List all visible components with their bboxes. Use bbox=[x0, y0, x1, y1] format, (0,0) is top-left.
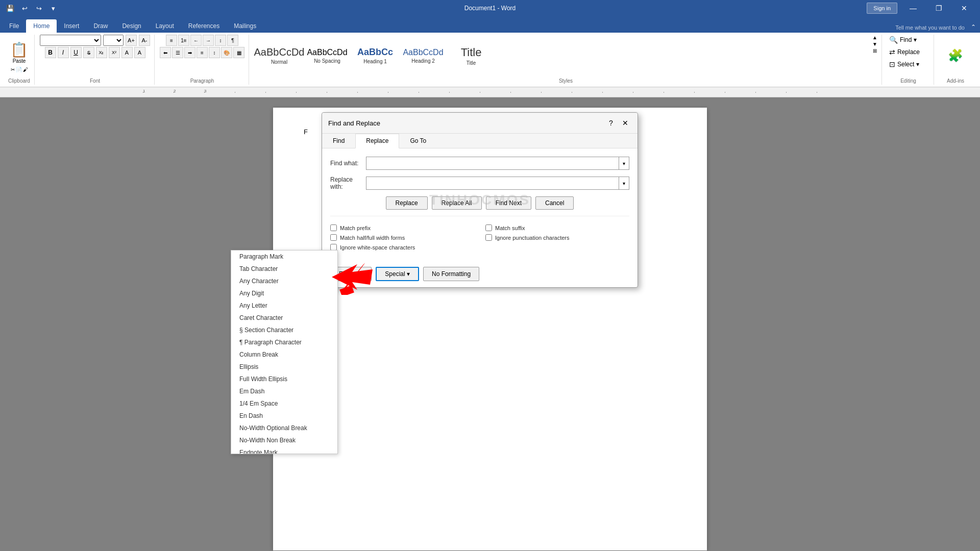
style-normal[interactable]: AaBbCcDd Normal bbox=[256, 37, 302, 74]
tell-me-box[interactable]: Tell me what you want to do bbox=[895, 24, 965, 31]
style-heading2[interactable]: AaBbCcDd Heading 2 bbox=[400, 37, 446, 74]
superscript-button[interactable]: X² bbox=[109, 47, 120, 58]
customize-btn[interactable]: ▾ bbox=[47, 2, 59, 14]
styles-scroll-up[interactable]: ▲ bbox=[872, 35, 877, 40]
style-no-spacing[interactable]: AaBbCcDd No Spacing bbox=[304, 37, 350, 74]
ignore-punctuation-label: Ignore punctuation characters bbox=[495, 235, 570, 241]
dialog-help-btn[interactable]: ? bbox=[605, 117, 617, 129]
replace-input[interactable] bbox=[366, 177, 619, 190]
font-color-button[interactable]: A bbox=[134, 47, 145, 58]
format-painter-button[interactable]: 🖌 bbox=[23, 67, 28, 72]
match-suffix-checkbox[interactable] bbox=[485, 224, 492, 231]
align-left-btn[interactable]: ⬅ bbox=[160, 47, 171, 58]
menu-any-letter[interactable]: Any Letter bbox=[231, 299, 337, 312]
menu-no-width-optional-break[interactable]: No-Width Optional Break bbox=[231, 422, 337, 434]
tab-references[interactable]: References bbox=[181, 19, 227, 33]
menu-section-character[interactable]: § Section Character bbox=[231, 324, 337, 336]
addins-button[interactable]: 🧩 bbox=[948, 48, 963, 63]
font-family-select[interactable] bbox=[40, 35, 101, 46]
replace-dropdown-btn[interactable]: ▾ bbox=[619, 177, 629, 190]
tab-home[interactable]: Home bbox=[26, 19, 57, 33]
styles-more[interactable]: ⊞ bbox=[872, 48, 877, 54]
tab-file[interactable]: File bbox=[2, 19, 26, 33]
menu-paragraph-character[interactable]: ¶ Paragraph Character bbox=[231, 336, 337, 348]
undo-btn[interactable]: ↩ bbox=[18, 2, 31, 14]
menu-endnote-mark[interactable]: Endnote Mark bbox=[231, 446, 337, 454]
cancel-button[interactable]: Cancel bbox=[535, 196, 574, 210]
menu-any-digit[interactable]: Any Digit bbox=[231, 287, 337, 299]
italic-button[interactable]: I bbox=[58, 47, 69, 58]
restore-button[interactable]: ❐ bbox=[927, 0, 950, 16]
minimize-button[interactable]: — bbox=[901, 0, 925, 16]
sort-button[interactable]: ↕ bbox=[215, 35, 226, 46]
match-halfwidth-checkbox[interactable] bbox=[330, 234, 337, 241]
clipboard-content: 📋 Paste ✂ 📄 🖌 bbox=[8, 35, 30, 85]
align-center-btn[interactable]: ☰ bbox=[172, 47, 183, 58]
select-button[interactable]: ⊡ Select ▾ bbox=[887, 59, 921, 69]
dialog-tab-goto[interactable]: Go To bbox=[399, 134, 437, 148]
menu-full-width-ellipsis[interactable]: Full Width Ellipsis bbox=[231, 373, 337, 385]
tab-insert[interactable]: Insert bbox=[57, 19, 86, 33]
style-title[interactable]: Title Title bbox=[448, 37, 494, 74]
ruler: 1 2 3 bbox=[0, 87, 980, 97]
no-formatting-btn[interactable]: No Formatting bbox=[423, 267, 479, 281]
line-spacing-btn[interactable]: ↕ bbox=[209, 47, 220, 58]
addins-group: 🧩 Add-ins bbox=[935, 35, 976, 85]
bold-button[interactable]: B bbox=[45, 47, 56, 58]
menu-column-break[interactable]: Column Break bbox=[231, 348, 337, 361]
find-next-button[interactable]: Find Next bbox=[486, 196, 531, 210]
menu-any-character[interactable]: Any Character bbox=[231, 275, 337, 287]
menu-paragraph-mark[interactable]: Paragraph Mark bbox=[231, 251, 337, 263]
menu-caret-character[interactable]: Caret Character bbox=[231, 312, 337, 324]
match-prefix-checkbox[interactable] bbox=[330, 224, 337, 231]
font-size-select[interactable] bbox=[103, 35, 124, 46]
find-dropdown-btn[interactable]: ▾ bbox=[619, 157, 629, 170]
replace-all-button[interactable]: Replace All bbox=[432, 196, 482, 210]
ignore-punctuation-checkbox[interactable] bbox=[485, 234, 492, 241]
bullets-button[interactable]: ≡ bbox=[166, 35, 177, 46]
tab-draw[interactable]: Draw bbox=[86, 19, 115, 33]
paste-button[interactable]: 📋 Paste bbox=[8, 39, 30, 66]
redo-btn[interactable]: ↪ bbox=[33, 2, 45, 14]
menu-ellipsis[interactable]: Ellipsis bbox=[231, 361, 337, 373]
shading-btn[interactable]: 🎨 bbox=[221, 47, 232, 58]
style-heading1[interactable]: AaBbCc Heading 1 bbox=[352, 37, 398, 74]
decrease-indent-btn[interactable]: ← bbox=[190, 35, 202, 46]
numbering-button[interactable]: 1≡ bbox=[178, 35, 189, 46]
signin-button[interactable]: Sign in bbox=[867, 3, 897, 14]
dialog-close-btn[interactable]: ✕ bbox=[619, 117, 631, 129]
menu-quarter-em-space[interactable]: 1/4 Em Space bbox=[231, 397, 337, 410]
increase-font-btn[interactable]: A+ bbox=[126, 35, 137, 46]
ribbon-collapse-btn[interactable]: ⌃ bbox=[969, 21, 978, 33]
copy-button[interactable]: 📄 bbox=[16, 67, 22, 72]
styles-scroll-down[interactable]: ▼ bbox=[872, 41, 877, 47]
justify-btn[interactable]: ≡ bbox=[197, 47, 208, 58]
dialog-tab-find[interactable]: Find bbox=[322, 134, 355, 148]
replace-button[interactable]: ⇄ Replace bbox=[887, 47, 922, 57]
highlight-button[interactable]: A bbox=[121, 47, 133, 58]
find-replace-dialog: Find and Replace ? ✕ Find Replace Go To … bbox=[322, 112, 638, 288]
menu-em-dash[interactable]: Em Dash bbox=[231, 385, 337, 397]
show-formatting-btn[interactable]: ¶ bbox=[227, 35, 238, 46]
save-btn[interactable]: 💾 bbox=[4, 2, 16, 14]
cut-button[interactable]: ✂ bbox=[11, 67, 15, 72]
increase-indent-btn[interactable]: → bbox=[203, 35, 214, 46]
menu-en-dash[interactable]: En Dash bbox=[231, 410, 337, 422]
find-input[interactable] bbox=[366, 157, 619, 170]
special-dropdown-btn[interactable]: Special ▾ bbox=[376, 267, 419, 281]
dialog-tab-replace[interactable]: Replace bbox=[355, 134, 399, 148]
find-button[interactable]: 🔍 Find ▾ bbox=[887, 35, 919, 45]
tab-design[interactable]: Design bbox=[115, 19, 148, 33]
menu-no-width-non-break[interactable]: No-Width Non Break bbox=[231, 434, 337, 446]
menu-tab-character[interactable]: Tab Character bbox=[231, 263, 337, 275]
decrease-font-btn[interactable]: A- bbox=[139, 35, 150, 46]
tab-layout[interactable]: Layout bbox=[149, 19, 181, 33]
borders-btn[interactable]: ▦ bbox=[233, 47, 244, 58]
tab-mailings[interactable]: Mailings bbox=[227, 19, 263, 33]
strikethrough-button[interactable]: S̶ bbox=[83, 47, 94, 58]
underline-button[interactable]: U bbox=[70, 47, 82, 58]
close-button[interactable]: ✕ bbox=[952, 0, 976, 16]
subscript-button[interactable]: X₂ bbox=[96, 47, 107, 58]
replace-button[interactable]: Replace bbox=[386, 196, 428, 210]
align-right-btn[interactable]: ➡ bbox=[184, 47, 195, 58]
